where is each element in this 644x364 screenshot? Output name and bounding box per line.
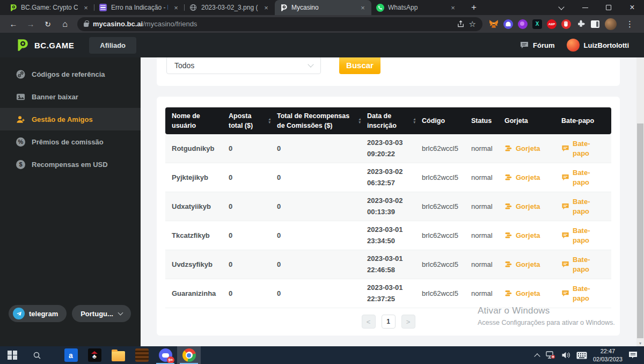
- sidebar-item-commission-prizes[interactable]: Prêmios de comissão: [0, 130, 141, 153]
- phantom-extension-icon[interactable]: [503, 19, 513, 29]
- bookmark-star-icon[interactable]: [469, 19, 476, 29]
- keyboard-icon[interactable]: [576, 352, 587, 359]
- scrollbar-thumb[interactable]: [637, 123, 643, 338]
- tab-whatsapp[interactable]: WhatsApp: [371, 0, 462, 15]
- language-selector[interactable]: Portugu...: [72, 305, 131, 322]
- telegram-button[interactable]: telegram: [9, 305, 67, 322]
- home-button[interactable]: [57, 17, 73, 32]
- friend-type-select[interactable]: Todos: [166, 57, 321, 74]
- reload-button[interactable]: [40, 17, 56, 32]
- chat-link[interactable]: Bate-papo: [555, 284, 611, 303]
- cell-status: normal: [465, 231, 498, 239]
- lock-icon[interactable]: [84, 23, 89, 27]
- volume-icon[interactable]: [561, 351, 570, 359]
- taskbar-search-button[interactable]: [25, 346, 49, 364]
- sidebar-item-label: Códigos de referência: [32, 70, 105, 78]
- side-panel-icon[interactable]: [590, 19, 600, 29]
- browser-menu-icon[interactable]: [626, 19, 634, 29]
- cell-status: normal: [465, 260, 498, 268]
- tip-link[interactable]: Gorjeta: [498, 144, 555, 152]
- cell-rewards-total: 0: [270, 173, 361, 181]
- affiliate-nav-tab[interactable]: Afiliado: [89, 37, 136, 54]
- hidden-icons-chevron[interactable]: [534, 353, 540, 359]
- forward-button[interactable]: [23, 17, 39, 32]
- col-status: Status: [465, 116, 498, 126]
- back-button[interactable]: [5, 17, 21, 32]
- metamask-extension-icon[interactable]: [489, 19, 499, 29]
- tab-mycasino-active[interactable]: Mycasino: [275, 0, 371, 15]
- sidebar-item-banner-download[interactable]: Banner baixar: [0, 85, 141, 108]
- address-bar[interactable]: mycasino.bc.ai/mycasino/friends: [77, 17, 482, 31]
- new-tab-button[interactable]: [467, 1, 481, 14]
- cell-code: brlc62wccl5: [415, 173, 465, 181]
- network-status-icon[interactable]: [545, 351, 555, 359]
- taskbar-app-poker[interactable]: [83, 346, 106, 364]
- tab-close-icon[interactable]: [172, 3, 180, 12]
- tip-link[interactable]: Gorjeta: [498, 173, 555, 181]
- forum-link[interactable]: Fórum: [533, 41, 554, 49]
- start-button[interactable]: [0, 346, 25, 364]
- tab-close-icon[interactable]: [449, 3, 457, 12]
- taskbar-discord[interactable]: 9+: [153, 346, 177, 364]
- adblock-hand-extension-icon[interactable]: [561, 19, 571, 29]
- tab-title: 2023-03-02_3.png (1024×76: [201, 4, 258, 11]
- tip-link[interactable]: Gorjeta: [498, 231, 555, 239]
- cell-signup-date: 2023-03-0206:32:57: [361, 166, 415, 188]
- banner-image-icon: [16, 92, 25, 101]
- window-close-button[interactable]: [620, 0, 644, 15]
- tab-image-png[interactable]: 2023-03-02_3.png (1024×76: [185, 0, 275, 15]
- taskbar-chrome[interactable]: [177, 346, 201, 364]
- browser-profile-avatar[interactable]: [605, 18, 617, 30]
- window-minimize-button[interactable]: [573, 0, 597, 15]
- taskbar-file-explorer[interactable]: [106, 346, 130, 364]
- tab-erro-indicacao[interactable]: Erro na Indicação - BC.Game: [94, 0, 185, 15]
- filter-card: Todos Buscar: [157, 57, 620, 86]
- tip-link[interactable]: Gorjeta: [498, 202, 555, 210]
- username-label[interactable]: LuizBortolotti: [584, 41, 629, 49]
- previous-page-button[interactable]: [362, 315, 376, 329]
- col-tip: Gorjeta: [498, 116, 555, 126]
- chat-link[interactable]: Bate-papo: [555, 139, 611, 158]
- window-menu-chevron-icon[interactable]: [550, 0, 573, 15]
- chat-link[interactable]: Bate-papo: [555, 197, 611, 216]
- next-page-button[interactable]: [401, 315, 415, 329]
- sidebar-item-usd-rewards[interactable]: Recompensas em USD: [0, 153, 141, 176]
- select-value: Todos: [174, 61, 194, 70]
- action-center-icon[interactable]: [628, 351, 638, 359]
- extensions-puzzle-icon[interactable]: [576, 19, 586, 29]
- adblock-plus-extension-icon[interactable]: ABP: [547, 19, 557, 29]
- tab-bcgame-home[interactable]: BC.Game: Crypto Casino Gam: [4, 0, 94, 15]
- cell-signup-date: 2023-03-0122:37:25: [361, 282, 415, 304]
- cell-rewards-total: 0: [270, 231, 361, 239]
- page-url[interactable]: mycasino.bc.ai/mycasino/friends: [93, 20, 197, 28]
- tab-close-icon[interactable]: [82, 3, 90, 12]
- tab-close-icon[interactable]: [262, 3, 270, 12]
- purple-extension-icon[interactable]: [518, 19, 528, 29]
- chat-link[interactable]: Bate-papo: [555, 168, 611, 187]
- taskbar-app-wood[interactable]: [130, 346, 153, 364]
- taskbar-app-amd[interactable]: [59, 346, 83, 364]
- user-avatar[interactable]: [567, 39, 580, 52]
- tab-title: Erro na Indicação - BC.Game: [111, 4, 168, 11]
- window-maximize-button[interactable]: [597, 0, 620, 15]
- current-page[interactable]: 1: [382, 315, 396, 329]
- brand-name[interactable]: BC.GAME: [34, 41, 74, 50]
- forum-chat-icon[interactable]: [520, 41, 529, 49]
- vertical-scrollbar[interactable]: [636, 57, 644, 346]
- share-icon[interactable]: [457, 20, 465, 28]
- window-controls: [550, 0, 644, 15]
- scrollbar-down-arrow[interactable]: [636, 341, 644, 346]
- chat-link[interactable]: Bate-papo: [555, 226, 611, 245]
- taskbar-clock[interactable]: 22:47 02/03/2023: [593, 347, 623, 363]
- chevron-down-icon: [308, 61, 313, 67]
- bcgame-logo[interactable]: [15, 38, 29, 52]
- chat-link[interactable]: Bate-papo: [555, 255, 611, 274]
- sidebar-item-friend-management[interactable]: Gestão de Amigos: [0, 108, 141, 130]
- sidebar-item-referral-codes[interactable]: Códigos de referência: [0, 63, 141, 85]
- tip-link[interactable]: Gorjeta: [498, 289, 555, 297]
- tab-close-icon[interactable]: [358, 3, 367, 12]
- tip-link[interactable]: Gorjeta: [498, 260, 555, 268]
- x-extension-icon[interactable]: X: [532, 19, 542, 29]
- search-button[interactable]: Buscar: [339, 57, 380, 74]
- telegram-icon: [13, 308, 25, 319]
